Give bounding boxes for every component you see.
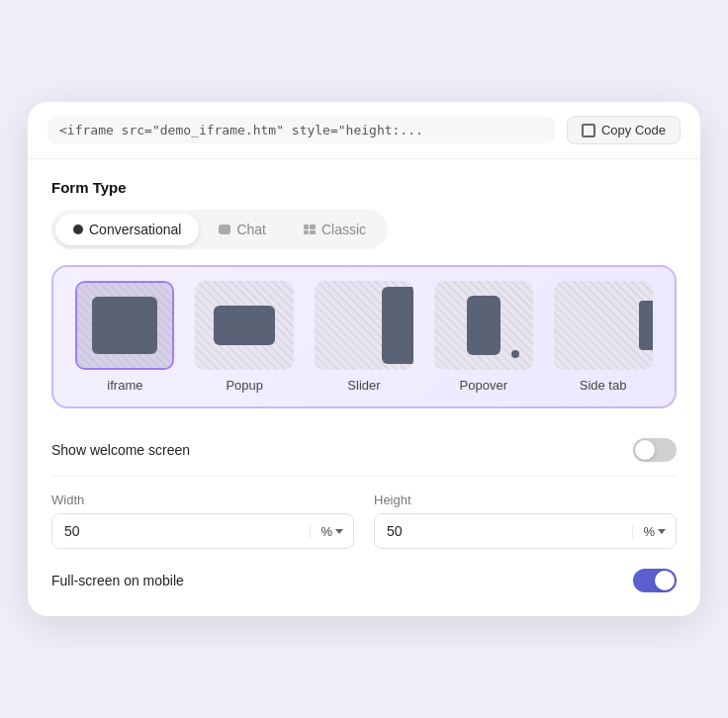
embed-thumb-iframe <box>75 281 174 370</box>
embed-label-iframe: iframe <box>107 378 142 393</box>
conversational-label: Conversational <box>89 222 181 237</box>
width-unit-label: % <box>320 524 332 539</box>
embed-item-slider[interactable]: Slider <box>309 281 420 393</box>
dimension-row: Width % Height % <box>51 477 677 555</box>
grid-icon <box>304 224 316 234</box>
form-type-classic[interactable]: Classic <box>286 214 384 245</box>
form-type-chat[interactable]: Chat <box>201 214 284 245</box>
embed-item-sidetab[interactable]: Side tab <box>547 281 659 393</box>
chat-icon <box>219 224 230 234</box>
embed-label-sidetab: Side tab <box>580 378 627 393</box>
iframe-shape <box>92 297 157 354</box>
popup-shape <box>214 306 275 345</box>
main-card: <iframe src="demo_iframe.htm" style="hei… <box>28 102 700 616</box>
embed-item-popover[interactable]: Popover <box>427 281 539 393</box>
height-chevron-icon <box>658 529 666 534</box>
toggle-knob-fullscreen <box>655 571 675 590</box>
code-snippet: <iframe src="demo_iframe.htm" style="hei… <box>47 117 555 143</box>
height-input-row: % <box>374 513 677 549</box>
popover-shape <box>467 296 500 355</box>
width-input-row: % <box>51 513 354 549</box>
embed-thumb-popover <box>434 281 533 370</box>
embed-label-slider: Slider <box>347 378 380 393</box>
width-group: Width % <box>51 493 354 549</box>
embed-type-selector: iframe Popup Slider Popover <box>51 265 677 408</box>
embed-item-iframe[interactable]: iframe <box>69 281 181 393</box>
form-type-section: Form Type Conversational Chat Classic <box>28 159 700 249</box>
height-group: Height % <box>374 493 677 549</box>
embed-label-popover: Popover <box>460 378 507 393</box>
height-input[interactable] <box>375 514 632 548</box>
form-type-conversational[interactable]: Conversational <box>55 214 199 245</box>
width-unit-selector[interactable]: % <box>310 524 353 539</box>
embed-label-popup: Popup <box>226 378 263 393</box>
full-screen-toggle[interactable] <box>633 569 677 592</box>
welcome-screen-toggle[interactable] <box>633 438 677 462</box>
sidetab-shape <box>639 301 653 350</box>
chat-label: Chat <box>236 222 266 237</box>
embed-thumb-sidetab <box>554 281 653 370</box>
popover-dot <box>511 350 519 358</box>
classic-label: Classic <box>321 222 366 237</box>
welcome-screen-label: Show welcome screen <box>51 442 190 458</box>
copy-icon <box>582 124 595 137</box>
form-type-selector: Conversational Chat Classic <box>51 210 388 249</box>
full-screen-row: Full-screen on mobile <box>51 555 677 592</box>
toggle-knob-welcome <box>635 440 655 460</box>
height-label: Height <box>374 493 677 507</box>
welcome-screen-row: Show welcome screen <box>51 424 677 477</box>
copy-code-button[interactable]: Copy Code <box>567 116 681 144</box>
form-type-label: Form Type <box>51 179 677 196</box>
full-screen-label: Full-screen on mobile <box>51 573 184 588</box>
width-input[interactable] <box>52 514 310 548</box>
height-unit-selector[interactable]: % <box>632 524 676 539</box>
slider-shape <box>382 287 413 364</box>
embed-thumb-slider <box>315 281 413 370</box>
height-unit-label: % <box>643 524 655 539</box>
embed-thumb-popup <box>195 281 294 370</box>
settings-section: Show welcome screen Width % Height <box>28 424 700 592</box>
copy-code-label: Copy Code <box>601 123 666 137</box>
code-bar: <iframe src="demo_iframe.htm" style="hei… <box>28 102 700 159</box>
width-chevron-icon <box>335 529 343 534</box>
width-label: Width <box>51 493 354 507</box>
embed-item-popup[interactable]: Popup <box>189 281 301 393</box>
dot-icon <box>73 224 83 234</box>
